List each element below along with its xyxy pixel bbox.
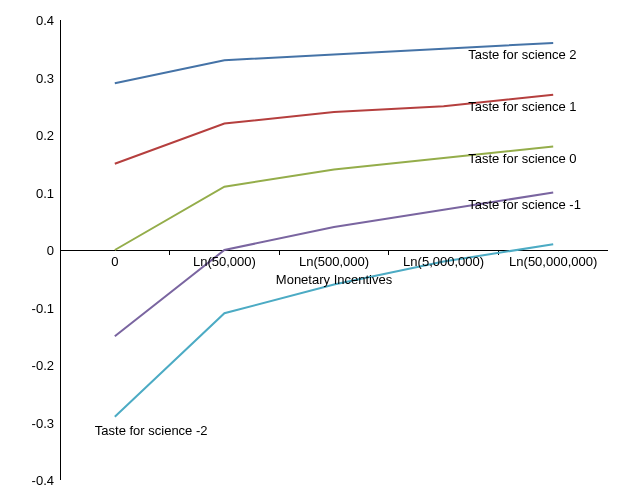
series-label: Taste for science 2 — [468, 47, 576, 62]
y-tick-label: 0.2 — [36, 128, 60, 143]
series-line — [115, 244, 553, 417]
x-tick-label: Ln(500,000) — [299, 250, 369, 269]
y-tick-label: 0.4 — [36, 13, 60, 28]
series-label: Taste for science -1 — [468, 197, 581, 212]
x-tick-label: Ln(5,000,000) — [403, 250, 484, 269]
y-tick-label: -0.1 — [32, 300, 60, 315]
y-tick-label: 0.1 — [36, 185, 60, 200]
chart-container: -0.4-0.3-0.2-0.100.10.20.30.40Ln(50,000)… — [0, 0, 628, 500]
y-tick-label: -0.2 — [32, 358, 60, 373]
series-label: Taste for science 1 — [468, 99, 576, 114]
y-tick-label: -0.3 — [32, 415, 60, 430]
x-tick-label: Ln(50,000,000) — [509, 250, 597, 269]
y-tick-label: -0.4 — [32, 473, 60, 488]
x-tick-label: 0 — [111, 250, 118, 269]
plot-area: -0.4-0.3-0.2-0.100.10.20.30.40Ln(50,000)… — [60, 20, 608, 480]
x-tick-label: Ln(50,000) — [193, 250, 256, 269]
y-tick-label: 0.3 — [36, 70, 60, 85]
series-label: Taste for science 0 — [468, 151, 576, 166]
series-label: Taste for science -2 — [95, 423, 208, 438]
x-axis-title: Monetary Incentives — [276, 272, 392, 287]
y-tick-label: 0 — [47, 243, 60, 258]
